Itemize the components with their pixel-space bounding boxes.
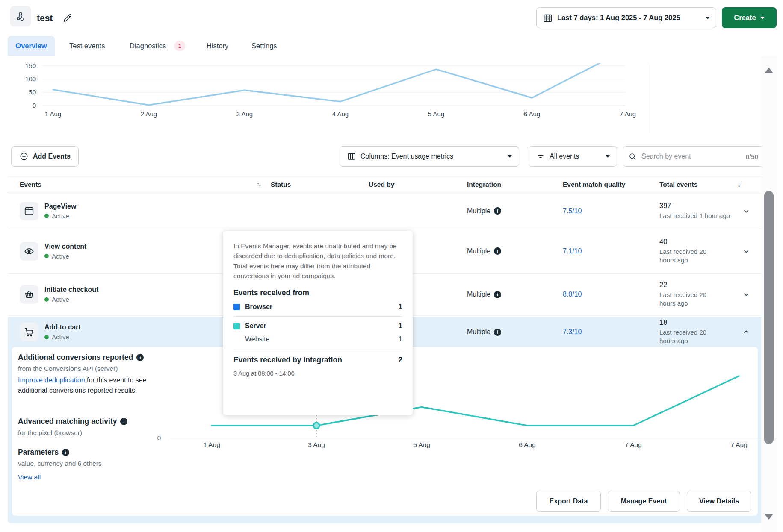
match-quality-link[interactable]: 7.5/10 <box>563 207 582 215</box>
add-events-button[interactable]: Add Events <box>11 146 79 167</box>
total-events-value: 40 <box>659 238 724 246</box>
info-icon[interactable]: i <box>494 329 501 336</box>
info-icon[interactable]: i <box>62 449 69 456</box>
search-char-counter: 0/50 <box>746 153 758 160</box>
col-total-events: Total events <box>659 181 697 188</box>
sort-desc-icon[interactable]: ↓ <box>737 181 741 188</box>
search-icon <box>628 152 637 161</box>
expand-row-button[interactable] <box>742 290 751 299</box>
create-button[interactable]: Create <box>722 7 777 28</box>
export-data-button[interactable]: Export Data <box>536 491 601 512</box>
scrollbar-thumb[interactable] <box>764 191 774 444</box>
calendar-icon <box>543 13 553 23</box>
expand-row-button[interactable] <box>742 247 751 256</box>
total-events-value: 397 <box>659 202 745 210</box>
server-swatch <box>233 323 240 329</box>
view-all-link[interactable]: View all <box>18 473 41 481</box>
chevron-up-icon <box>742 327 751 337</box>
tab-settings[interactable]: Settings <box>251 36 277 56</box>
chevron-down-icon <box>742 247 751 256</box>
sort-icon[interactable]: ↑↓ <box>257 181 260 188</box>
scroll-up-arrow[interactable] <box>765 68 773 73</box>
status-badge: Active <box>52 212 69 220</box>
tab-label: Test events <box>69 42 105 50</box>
status-dot <box>44 254 49 258</box>
legend-row-website: Website 1 <box>233 335 402 343</box>
last-received: Last received 20 hours ago <box>659 247 724 265</box>
x-tick: 7 Aug <box>611 110 645 118</box>
status-badge: Active <box>52 296 69 303</box>
eye-icon <box>24 246 35 257</box>
edit-title-button[interactable] <box>62 13 73 23</box>
page-title: test <box>37 13 53 23</box>
legend-label: Website <box>245 335 270 343</box>
match-quality-link[interactable]: 8.0/10 <box>563 291 582 298</box>
status-dot <box>44 214 49 218</box>
info-icon[interactable]: i <box>494 291 501 298</box>
tab-diagnostics[interactable]: Diagnostics <box>130 36 166 56</box>
tab-bar: Overview Test events Diagnostics 1 Histo… <box>0 36 783 56</box>
filter-icon <box>536 152 545 161</box>
view-details-button[interactable]: View Details <box>687 491 751 512</box>
legend-value: 1 <box>399 322 402 330</box>
improve-deduplication-link[interactable]: Improve deduplication <box>18 376 85 384</box>
tab-overview[interactable]: Overview <box>8 36 55 56</box>
divider <box>233 349 402 349</box>
event-name: Add to cart <box>44 323 80 331</box>
total-events-value: 22 <box>659 281 724 289</box>
overview-chart-line <box>53 63 628 105</box>
divider <box>233 316 402 317</box>
table-row[interactable]: PageView Active Multiplei 7.5/10 397 Las… <box>8 193 762 229</box>
date-range-selector[interactable]: Last 7 days: 1 Aug 2025 - 7 Aug 2025 <box>536 7 716 28</box>
overview-events-chart: 050100150 1 Aug2 Aug3 Aug4 Aug5 Aug6 Aug… <box>0 63 783 120</box>
y-tick: 0 <box>17 102 36 109</box>
event-name: Initiate checkout <box>44 286 98 294</box>
browser-window-icon <box>24 206 35 217</box>
legend-row-server: Server 1 <box>233 322 402 330</box>
columns-dropdown[interactable]: Columns: Event usage metrics <box>340 146 519 167</box>
info-icon[interactable]: i <box>494 247 501 255</box>
columns-icon <box>347 152 356 161</box>
info-icon[interactable]: i <box>494 207 501 215</box>
integration-total-row: Events received by integration 2 <box>233 356 402 364</box>
match-quality-link[interactable]: 7.3/10 <box>563 328 582 336</box>
overview-chart-svg <box>0 63 783 120</box>
match-quality-link[interactable]: 7.1/10 <box>563 247 582 255</box>
chevron-down-icon <box>606 155 610 158</box>
section-title: Advanced matching activityi <box>18 417 127 426</box>
tab-test-events[interactable]: Test events <box>69 36 105 56</box>
tooltip-timestamp: 3 Aug at 08:00 - 14:00 <box>233 370 402 377</box>
col-used-by: Used by <box>369 181 394 188</box>
basket-icon <box>24 289 35 300</box>
search-input[interactable] <box>641 152 742 161</box>
event-filter-dropdown[interactable]: All events <box>529 146 617 167</box>
legend-label: Server <box>245 322 266 330</box>
x-tick: 4 Aug <box>323 110 358 118</box>
last-received: Last received 20 hours ago <box>659 291 724 308</box>
section-subtitle: from the Conversions API (server) <box>18 365 118 373</box>
pixel-icon <box>15 10 27 22</box>
last-received: Last received 1 hour ago <box>659 212 745 220</box>
x-tick: 5 Aug <box>419 110 453 118</box>
scroll-down-arrow[interactable] <box>765 514 773 520</box>
tooltip-body: In Events Manager, events are unattribut… <box>233 241 402 281</box>
tooltip-section-title: Events received from <box>233 288 402 297</box>
tab-label: Overview <box>15 42 47 50</box>
manage-event-button[interactable]: Manage Event <box>608 491 680 512</box>
info-icon[interactable]: i <box>120 418 127 425</box>
legend-value: 1 <box>399 303 402 311</box>
y-tick: 150 <box>17 63 36 69</box>
cart-icon <box>24 326 35 338</box>
expand-row-button[interactable] <box>742 206 751 216</box>
y-tick: 50 <box>17 88 36 96</box>
status-badge: Active <box>52 253 69 260</box>
tab-history[interactable]: History <box>207 36 228 56</box>
chevron-down-icon <box>742 206 751 216</box>
collapse-row-button[interactable] <box>742 327 751 337</box>
date-range-label: Last 7 days: 1 Aug 2025 - 7 Aug 2025 <box>557 14 701 22</box>
tab-label: Diagnostics <box>130 42 166 50</box>
info-icon[interactable]: i <box>136 354 144 361</box>
integration-value: Multiple <box>467 247 490 255</box>
section-title: Additional conversions reportedi <box>18 353 144 362</box>
status-badge: Active <box>52 333 69 341</box>
